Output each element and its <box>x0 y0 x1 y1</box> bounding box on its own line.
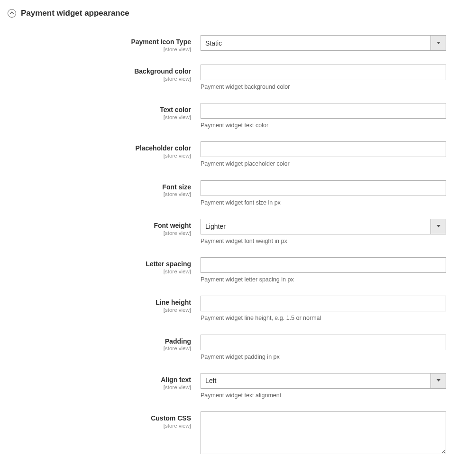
field-label: Font weight <box>8 222 191 230</box>
field-scope: [store view] <box>8 47 191 52</box>
field-note: Payment widget padding in px <box>201 353 446 361</box>
field-note: Payment widget font size in px <box>201 199 446 206</box>
field-input-col: Static <box>201 35 446 51</box>
field-input-col: Payment widget placeholder color <box>201 141 446 168</box>
field-label-col: Payment Icon Type [store view] <box>8 35 201 52</box>
field-label-col: Font size [store view] <box>8 180 201 197</box>
field-payment-icon-type: Payment Icon Type [store view] Static <box>8 35 468 52</box>
custom-css-textarea[interactable] <box>201 411 446 454</box>
field-label-col: Background color [store view] <box>8 65 201 82</box>
field-label: Text color <box>8 106 191 114</box>
field-label: Align text <box>8 376 191 384</box>
field-label: Placeholder color <box>8 144 191 152</box>
field-align-text: Align text [store view] Left Payment wid… <box>8 373 468 399</box>
field-label-col: Line height [store view] <box>8 296 201 313</box>
field-input-col: Left Payment widget text alignment <box>201 373 446 399</box>
background-color-input[interactable] <box>201 65 446 80</box>
field-letter-spacing: Letter spacing [store view] Payment widg… <box>8 257 468 283</box>
line-height-input[interactable] <box>201 296 446 311</box>
chevron-down-icon[interactable] <box>430 219 446 234</box>
font-weight-select[interactable]: Lighter <box>201 219 446 234</box>
field-label-col: Custom CSS [store view] <box>8 411 201 429</box>
field-scope: [store view] <box>8 230 191 236</box>
field-padding: Padding [store view] Payment widget padd… <box>8 335 468 361</box>
field-text-color: Text color [store view] Payment widget t… <box>8 103 468 129</box>
chevron-down-icon[interactable] <box>430 36 446 50</box>
font-size-input[interactable] <box>201 180 446 196</box>
field-font-size: Font size [store view] Payment widget fo… <box>8 180 468 206</box>
collapse-icon[interactable] <box>8 9 16 18</box>
field-note: Payment widget background color <box>201 83 446 91</box>
align-text-select[interactable]: Left <box>201 373 446 389</box>
field-label: Payment Icon Type <box>8 38 191 46</box>
field-note: Payment widget placeholder color <box>201 160 446 168</box>
chevron-down-icon[interactable] <box>430 374 446 388</box>
field-note: Payment widget letter spacing in px <box>201 276 446 283</box>
fields-container: Payment Icon Type [store view] Static Ba… <box>8 35 468 467</box>
field-font-weight: Font weight [store view] Lighter Payment… <box>8 219 468 245</box>
field-note: Payment widget text alignment <box>201 392 446 399</box>
field-scope: [store view] <box>8 307 191 313</box>
field-background-color: Background color [store view] Payment wi… <box>8 65 468 91</box>
field-scope: [store view] <box>8 114 191 120</box>
field-label: Letter spacing <box>8 260 191 268</box>
field-custom-css: Custom CSS [store view] <box>8 411 468 456</box>
field-label-col: Placeholder color [store view] <box>8 141 201 159</box>
padding-input[interactable] <box>201 335 446 350</box>
field-note: Payment widget font weight in px <box>201 237 446 245</box>
field-label-col: Text color [store view] <box>8 103 201 120</box>
field-label-col: Letter spacing [store view] <box>8 257 201 274</box>
field-scope: [store view] <box>8 153 191 159</box>
field-input-col: Lighter Payment widget font weight in px <box>201 219 446 245</box>
field-note: Payment widget line height, e.g. 1.5 or … <box>201 314 446 322</box>
field-label: Background color <box>8 67 191 75</box>
select-value: Left <box>201 377 430 384</box>
field-input-col: Payment widget padding in px <box>201 335 446 361</box>
field-label-col: Font weight [store view] <box>8 219 201 236</box>
text-color-input[interactable] <box>201 103 446 119</box>
field-scope: [store view] <box>8 346 191 351</box>
field-placeholder-color: Placeholder color [store view] Payment w… <box>8 141 468 168</box>
field-label: Line height <box>8 299 191 307</box>
field-label-col: Padding [store view] <box>8 335 201 352</box>
field-input-col: Payment widget text color <box>201 103 446 129</box>
payment-icon-type-select[interactable]: Static <box>201 35 446 51</box>
field-scope: [store view] <box>8 191 191 197</box>
field-scope: [store view] <box>8 269 191 274</box>
placeholder-color-input[interactable] <box>201 141 446 157</box>
select-value: Lighter <box>201 223 430 230</box>
field-line-height: Line height [store view] Payment widget … <box>8 296 468 322</box>
field-input-col: Payment widget background color <box>201 65 446 91</box>
section-title: Payment widget appearance <box>21 9 129 18</box>
field-note: Payment widget text color <box>201 121 446 129</box>
select-value: Static <box>201 39 430 47</box>
field-label-col: Align text [store view] <box>8 373 201 390</box>
letter-spacing-input[interactable] <box>201 257 446 273</box>
section-header: Payment widget appearance <box>8 9 468 18</box>
field-label: Font size <box>8 183 191 191</box>
field-input-col <box>201 411 446 456</box>
field-input-col: Payment widget letter spacing in px <box>201 257 446 283</box>
field-scope: [store view] <box>8 384 191 390</box>
field-input-col: Payment widget line height, e.g. 1.5 or … <box>201 296 446 322</box>
field-input-col: Payment widget font size in px <box>201 180 446 206</box>
field-scope: [store view] <box>8 76 191 82</box>
field-scope: [store view] <box>8 423 191 429</box>
field-label: Custom CSS <box>8 414 191 422</box>
field-label: Padding <box>8 337 191 346</box>
